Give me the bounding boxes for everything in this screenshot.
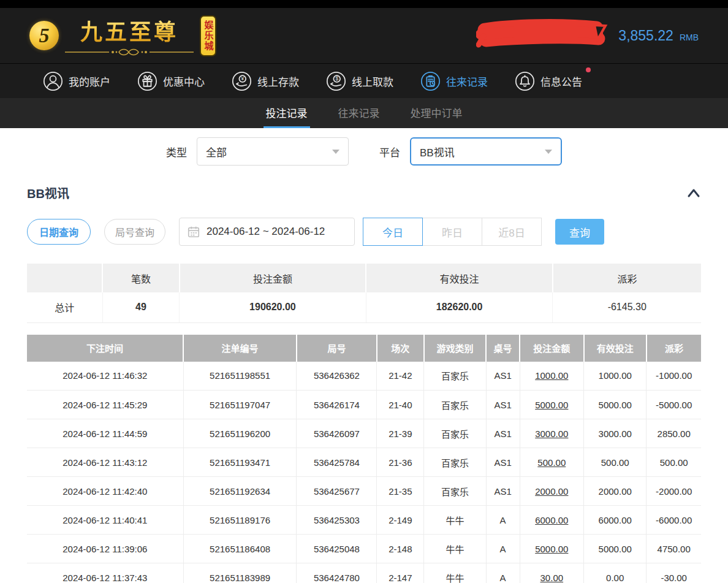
table-row: 2024-06-12 11:44:59521651196200536426097… xyxy=(27,419,701,448)
cell-bet-id: 521651193471 xyxy=(183,448,297,477)
cell-bet-id: 521651197047 xyxy=(183,391,297,419)
bet-amount-link[interactable]: 3000.00 xyxy=(520,419,584,448)
platform-filter-label: 平台 xyxy=(379,144,400,159)
bet-amount-link[interactable]: 1000.00 xyxy=(520,362,584,391)
main-nav: 我的账户优惠中心¥线上存款$线上取款往来记录信息公告 xyxy=(0,63,728,98)
chevron-down-icon xyxy=(545,150,552,154)
cell-bet-time: 2024-06-12 11:43:12 xyxy=(27,448,183,477)
summary-total-row: 总计 49 190620.00 182620.00 -6145.30 xyxy=(27,292,701,322)
nav-item-my-account[interactable]: 我的账户 xyxy=(43,71,114,91)
cell-payout: 4750.00 xyxy=(646,535,701,563)
cell-table-id: AS1 xyxy=(486,362,520,391)
nav-item-online-deposit[interactable]: ¥线上存款 xyxy=(232,71,303,91)
type-select[interactable]: 全部 xyxy=(197,137,349,166)
user-icon xyxy=(43,71,63,91)
search-button[interactable]: 查询 xyxy=(555,219,604,245)
bet-amount-link[interactable]: 6000.00 xyxy=(520,506,584,535)
cell-game-type: 牛牛 xyxy=(424,506,486,535)
cell-bet-time: 2024-06-12 11:40:41 xyxy=(27,506,183,535)
summary-header-row: 笔数 投注金额 有效投注 派彩 xyxy=(27,264,701,292)
cell-game-type: 百家乐 xyxy=(424,419,486,448)
bet-amount-link[interactable]: 2000.00 xyxy=(520,477,584,506)
cell-round-id: 536426174 xyxy=(297,391,377,419)
col-header-bet-id: 注单编号 xyxy=(183,335,297,362)
nav-item-label: 优惠中心 xyxy=(163,74,205,89)
col-header-round-id: 局号 xyxy=(297,335,377,362)
nav-item-label: 线上取款 xyxy=(352,74,393,89)
nav-item-label: 我的账户 xyxy=(69,74,110,89)
nav-item-announcements[interactable]: 信息公告 xyxy=(515,71,586,91)
records-body: 2024-06-12 11:46:32521651198551536426362… xyxy=(27,362,701,583)
calendar-icon xyxy=(187,225,200,238)
cell-bet-id: 521651189176 xyxy=(183,506,297,535)
cell-bet-time: 2024-06-12 11:45:29 xyxy=(27,391,183,419)
summary-valid-bet: 182620.00 xyxy=(366,292,553,322)
yesterday-button[interactable]: 昨日 xyxy=(422,218,482,246)
date-range-value: 2024-06-12 ~ 2024-06-12 xyxy=(207,226,325,238)
cell-session: 21-40 xyxy=(377,391,424,419)
platform-select[interactable]: BB视讯 xyxy=(410,137,562,166)
cell-session: 2-149 xyxy=(377,506,424,535)
summary-bet-amount: 190620.00 xyxy=(180,292,366,322)
tab-transaction-records[interactable]: 往来记录 xyxy=(336,98,382,128)
today-button[interactable]: 今日 xyxy=(363,218,423,246)
bet-amount-link[interactable]: 500.00 xyxy=(520,448,584,477)
logo-emblem-icon: 5 xyxy=(29,21,59,50)
summary-count: 49 xyxy=(102,292,179,322)
section-title: BB视讯 xyxy=(27,184,69,202)
cell-table-id: A xyxy=(486,535,520,563)
cell-bet-time: 2024-06-12 11:46:32 xyxy=(27,362,183,391)
date-range-input[interactable]: 2024-06-12 ~ 2024-06-12 xyxy=(179,218,355,246)
cell-game-type: 百家乐 xyxy=(424,448,486,477)
cell-session: 21-42 xyxy=(377,362,424,391)
summary-header-count: 笔数 xyxy=(102,264,179,292)
site-logo[interactable]: 5 九五至尊 娱乐城 xyxy=(29,14,216,57)
cell-payout: 2850.00 xyxy=(646,419,701,448)
cell-payout: 500.00 xyxy=(646,448,701,477)
cell-table-id: A xyxy=(486,506,520,535)
nav-item-online-withdraw[interactable]: $线上取款 xyxy=(326,71,397,91)
site-header: 5 九五至尊 娱乐城 xyxy=(0,8,728,63)
nav-item-label: 线上存款 xyxy=(257,74,299,89)
nav-item-transaction-records[interactable]: 往来记录 xyxy=(420,71,491,91)
cell-game-type: 牛牛 xyxy=(424,535,486,563)
bet-amount-link[interactable]: 5000.00 xyxy=(520,391,584,419)
last-8-days-button[interactable]: 近8日 xyxy=(482,218,542,246)
cell-round-id: 536425784 xyxy=(297,448,377,477)
nav-item-label: 信息公告 xyxy=(540,74,582,89)
table-row: 2024-06-12 11:46:32521651198551536426362… xyxy=(27,362,701,391)
bet-amount-link[interactable]: 30.00 xyxy=(520,563,584,583)
cell-bet-time: 2024-06-12 11:37:43 xyxy=(27,563,183,583)
summary-header-blank xyxy=(27,264,102,292)
brand-name: 九五至尊 xyxy=(80,14,178,46)
summary-header-valid-bet: 有效投注 xyxy=(366,264,553,292)
round-query-button[interactable]: 局号查询 xyxy=(104,219,165,245)
nav-item-promotions[interactable]: 优惠中心 xyxy=(137,71,208,91)
cell-game-type: 百家乐 xyxy=(424,477,486,506)
date-query-button[interactable]: 日期查询 xyxy=(27,219,91,245)
tab-pending-orders[interactable]: 处理中订单 xyxy=(408,98,465,128)
cell-bet-time: 2024-06-12 11:44:59 xyxy=(27,419,183,448)
filters-row: 类型 全部 平台 BB视讯 xyxy=(0,137,728,166)
type-select-value: 全部 xyxy=(206,144,227,159)
collapse-section-button[interactable] xyxy=(686,187,701,199)
bet-amount-link[interactable]: 5000.00 xyxy=(520,535,584,563)
table-row: 2024-06-12 11:40:41521651189176536425303… xyxy=(27,506,701,535)
withdraw-icon: $ xyxy=(326,71,346,91)
cell-payout: -30.00 xyxy=(646,563,701,583)
cell-round-id: 536426097 xyxy=(297,419,377,448)
cell-table-id: AS1 xyxy=(486,419,520,448)
summary-header-bet-amount: 投注金额 xyxy=(180,264,366,292)
cell-bet-id: 521651183989 xyxy=(183,563,297,583)
tab-bar: 投注记录往来记录处理中订单 xyxy=(0,98,728,128)
cell-valid-bet: 5000.00 xyxy=(584,391,646,419)
cell-valid-bet: 500.00 xyxy=(584,448,646,477)
col-header-bet-amount: 投注金额 xyxy=(520,335,584,362)
cell-payout: -1000.00 xyxy=(646,362,701,391)
cell-valid-bet: 3000.00 xyxy=(584,419,646,448)
table-row: 2024-06-12 11:42:40521651192634536425677… xyxy=(27,477,701,506)
cell-round-id: 536425048 xyxy=(297,535,377,563)
cell-table-id: A xyxy=(486,563,520,583)
tab-bet-records[interactable]: 投注记录 xyxy=(264,98,310,128)
cell-game-type: 百家乐 xyxy=(424,362,486,391)
